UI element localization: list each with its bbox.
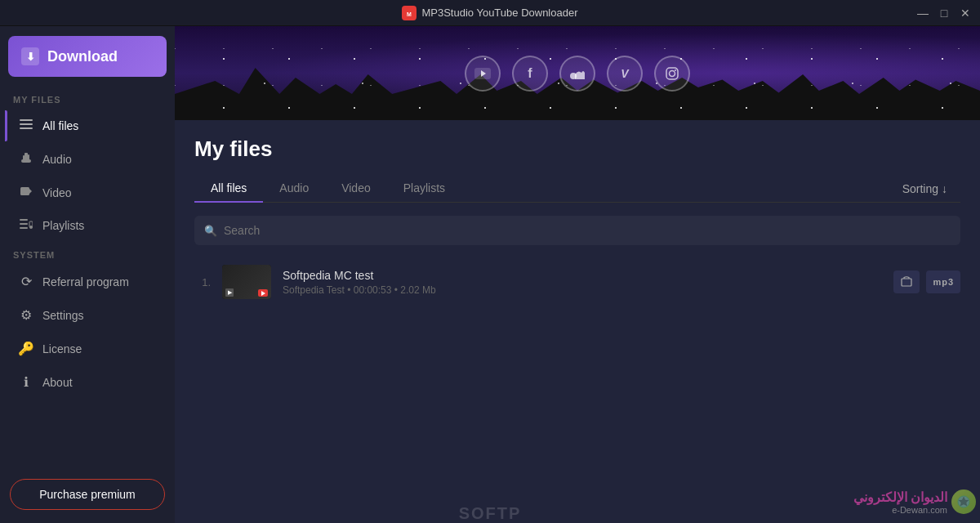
svg-rect-9 [20,187,29,195]
file-thumbnail: ▶ [222,265,271,299]
tabs-bar: All files Audio Video Playlists Sorting … [194,175,960,203]
social-icons-row: f V [465,56,690,92]
about-icon: ℹ [18,374,34,390]
svg-rect-22 [902,279,911,286]
my-files-section-label: MY FILES [0,87,175,110]
playlists-icon [18,218,34,233]
tab-audio[interactable]: Audio [263,175,325,203]
instagram-icon[interactable] [654,56,690,92]
window-controls: — □ ✕ [918,0,970,25]
download-button[interactable]: ⬇ Download [8,36,167,77]
file-actions: mp3 [893,270,960,293]
svg-rect-11 [20,219,28,221]
facebook-icon[interactable]: f [512,56,548,92]
app-icon: M [402,6,416,20]
sidebar-item-license[interactable]: 🔑 License [5,333,170,364]
watermark: الديوان الإلكتروني e-Dewan.com [853,489,947,515]
svg-point-20 [670,70,675,76]
file-info: Softpedia MC test Softpedia Test • 00:00… [283,269,882,296]
file-number: 1. [194,276,211,288]
settings-icon: ⚙ [18,307,34,323]
search-icon: 🔍 [204,225,217,237]
content-area: My files All files Audio Video Playlists… [175,120,980,523]
purchase-premium-button[interactable]: Purchase premium [10,479,165,510]
sorting-button[interactable]: Sorting ↓ [889,176,960,202]
svg-point-21 [675,69,676,71]
svg-rect-6 [24,153,28,161]
banner: f V [175,26,980,120]
sort-arrow-icon: ↓ [942,182,947,195]
sidebar-item-video[interactable]: Video [5,177,170,208]
svg-rect-2 [20,119,33,121]
maximize-button[interactable]: □ [939,8,949,18]
soundcloud-icon[interactable] [559,56,595,92]
table-row: 1. ▶ Softpedia MC test Softpedia Test • … [194,258,960,306]
license-icon: 🔑 [18,341,34,356]
system-section-label: SYSTEM [0,242,175,265]
svg-rect-19 [666,68,678,79]
page-title: My files [194,136,960,162]
referral-icon: ⟳ [18,274,34,289]
tab-video[interactable]: Video [325,175,387,203]
svg-rect-4 [20,127,33,129]
tab-playlists[interactable]: Playlists [387,175,461,203]
svg-marker-10 [29,189,32,194]
play-icon: ▶ [225,288,234,297]
svg-rect-8 [28,154,29,161]
svg-rect-7 [23,155,24,161]
svg-rect-12 [20,223,28,225]
search-input[interactable] [194,216,960,245]
sidebar-item-audio[interactable]: Audio [5,143,170,176]
sidebar-item-referral[interactable]: ⟳ Referral program [5,266,170,297]
youtube-badge-icon [258,289,268,297]
main-content: f V [175,26,980,523]
search-container: 🔍 [194,216,960,245]
download-icon: ⬇ [21,47,39,65]
sidebar: ⬇ Download MY FILES All files [0,26,175,523]
sidebar-item-settings[interactable]: ⚙ Settings [5,299,170,331]
vimeo-icon[interactable]: V [607,56,643,92]
all-files-icon [18,118,34,133]
titlebar: M MP3Studio YouTube Downloader — □ ✕ [0,0,980,26]
tab-all-files[interactable]: All files [194,175,263,203]
audio-icon [18,151,34,168]
close-button[interactable]: ✕ [960,8,970,18]
svg-rect-13 [20,227,28,229]
svg-rect-3 [20,123,33,125]
youtube-icon[interactable] [465,56,501,92]
video-icon [18,186,34,200]
sidebar-item-about[interactable]: ℹ About [5,366,170,398]
watermark-arabic-text: الديوان الإلكتروني [853,489,947,505]
file-name: Softpedia MC test [283,269,882,282]
file-format-button[interactable]: mp3 [926,270,960,293]
file-open-button[interactable] [893,270,920,293]
file-meta: Softpedia Test • 00:00:53 • 2.02 Mb [283,284,882,296]
tabs-left: All files Audio Video Playlists [194,175,461,202]
svg-text:M: M [408,11,412,16]
app-title: M MP3Studio YouTube Downloader [402,6,577,20]
sidebar-item-all-files[interactable]: All files [5,110,170,141]
minimize-button[interactable]: — [918,8,928,18]
watermark-logo-icon [951,489,976,514]
watermark-url: e-Dewan.com [853,505,947,515]
sidebar-item-playlists[interactable]: Playlists [5,210,170,241]
